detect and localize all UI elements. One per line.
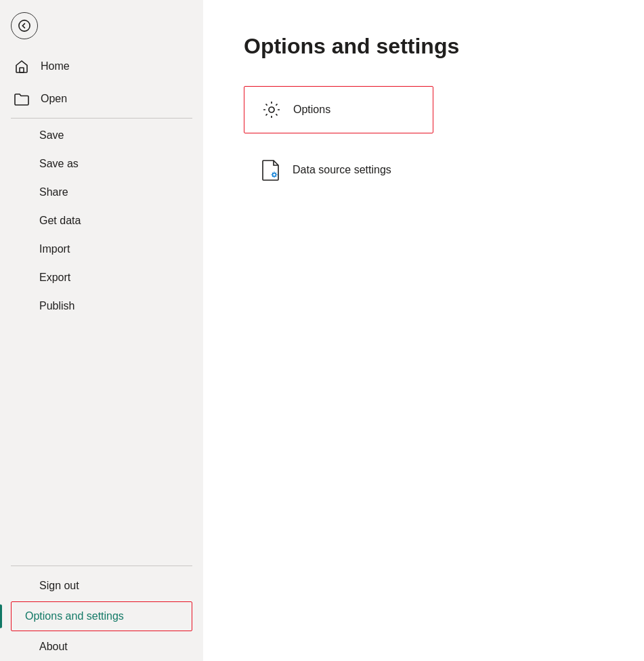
sidebar-top xyxy=(0,0,203,50)
sidebar-item-import[interactable]: Import xyxy=(0,235,203,263)
sidebar-item-home[interactable]: Home xyxy=(0,50,203,83)
sidebar-item-publish[interactable]: Publish xyxy=(0,292,203,320)
folder-icon xyxy=(14,91,30,107)
sidebar-bottom: Sign out Options and settings About xyxy=(0,560,203,661)
sidebar-item-save[interactable]: Save xyxy=(0,121,203,150)
active-indicator-bar xyxy=(0,604,2,628)
sidebar-item-get-data[interactable]: Get data xyxy=(0,207,203,235)
datasource-settings-card[interactable]: Data source settings xyxy=(244,147,474,193)
datasource-icon xyxy=(260,159,282,181)
sidebar-item-home-label: Home xyxy=(41,60,70,72)
svg-point-2 xyxy=(269,107,274,112)
gear-icon xyxy=(261,99,282,121)
sidebar-item-open[interactable]: Open xyxy=(0,83,203,115)
back-button[interactable] xyxy=(11,12,38,39)
sidebar-bottom-divider xyxy=(11,566,192,566)
home-icon xyxy=(14,58,30,74)
page-title: Options and settings xyxy=(244,34,603,59)
nav-items: Home Open Save Save as Share Get data Im… xyxy=(0,50,203,560)
sidebar-item-sign-out[interactable]: Sign out xyxy=(0,572,203,600)
datasource-card-label: Data source settings xyxy=(293,164,391,176)
sidebar-item-options-and-settings[interactable]: Options and settings xyxy=(11,601,192,631)
options-card-label: Options xyxy=(293,104,330,116)
svg-point-0 xyxy=(19,20,30,31)
sidebar: Home Open Save Save as Share Get data Im… xyxy=(0,0,203,661)
main-content: Options and settings Options Data source… xyxy=(203,0,644,661)
sidebar-item-open-label: Open xyxy=(41,93,67,105)
sidebar-item-about[interactable]: About xyxy=(0,633,203,661)
sidebar-item-export[interactable]: Export xyxy=(0,263,203,292)
svg-rect-1 xyxy=(20,68,24,72)
options-card[interactable]: Options xyxy=(244,86,433,133)
nav-divider-top xyxy=(11,118,192,119)
sidebar-item-save-as[interactable]: Save as xyxy=(0,150,203,178)
sidebar-item-share[interactable]: Share xyxy=(0,178,203,207)
